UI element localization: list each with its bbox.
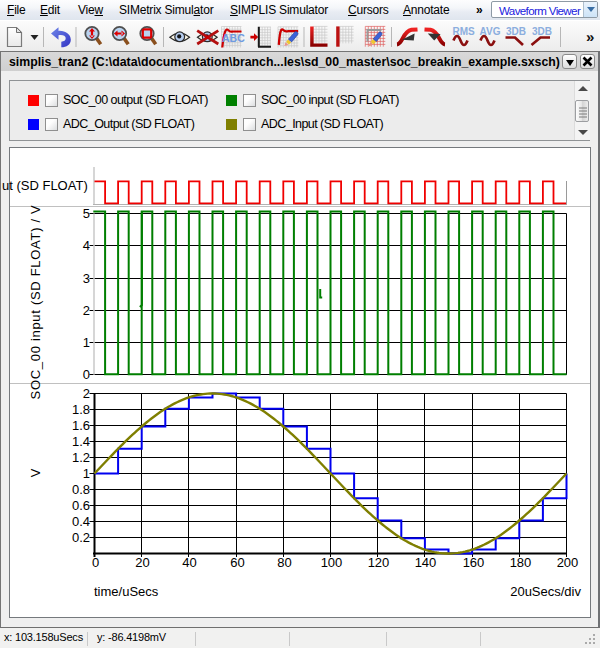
svg-text:160: 160 xyxy=(463,555,485,570)
svg-text:ut (SD FLOAT): ut (SD FLOAT) xyxy=(2,178,88,193)
svg-text:1.8: 1.8 xyxy=(72,402,90,417)
svg-text:80: 80 xyxy=(277,555,291,570)
svg-text:2: 2 xyxy=(83,386,90,401)
svg-text:1.4: 1.4 xyxy=(72,434,90,449)
svg-text:120: 120 xyxy=(368,555,390,570)
svg-text:2: 2 xyxy=(83,303,90,318)
svg-text:SOC_00 input (SD FLOAT) / V: SOC_00 input (SD FLOAT) / V xyxy=(28,205,43,400)
svg-text:time/uSecs: time/uSecs xyxy=(94,584,159,599)
svg-text:0.8: 0.8 xyxy=(72,482,90,497)
svg-text:100: 100 xyxy=(321,555,343,570)
svg-text:60: 60 xyxy=(230,555,244,570)
svg-text:0.2: 0.2 xyxy=(72,530,90,545)
svg-text:1.6: 1.6 xyxy=(72,418,90,433)
svg-text:20uSecs/div: 20uSecs/div xyxy=(510,584,581,599)
svg-text:40: 40 xyxy=(182,555,196,570)
svg-text:0: 0 xyxy=(92,555,99,570)
svg-text:140: 140 xyxy=(415,555,437,570)
svg-text:3: 3 xyxy=(83,271,90,286)
svg-text:20: 20 xyxy=(135,555,149,570)
svg-text:V: V xyxy=(28,468,43,477)
svg-text:1: 1 xyxy=(83,335,90,350)
svg-text:200: 200 xyxy=(557,555,579,570)
svg-text:0.4: 0.4 xyxy=(72,514,90,529)
svg-text:5: 5 xyxy=(83,206,90,221)
svg-text:1: 1 xyxy=(83,466,90,481)
svg-text:0: 0 xyxy=(83,367,90,382)
svg-text:4: 4 xyxy=(83,238,90,253)
svg-text:1.2: 1.2 xyxy=(72,450,90,465)
svg-text:180: 180 xyxy=(510,555,532,570)
svg-text:0.6: 0.6 xyxy=(72,498,90,513)
